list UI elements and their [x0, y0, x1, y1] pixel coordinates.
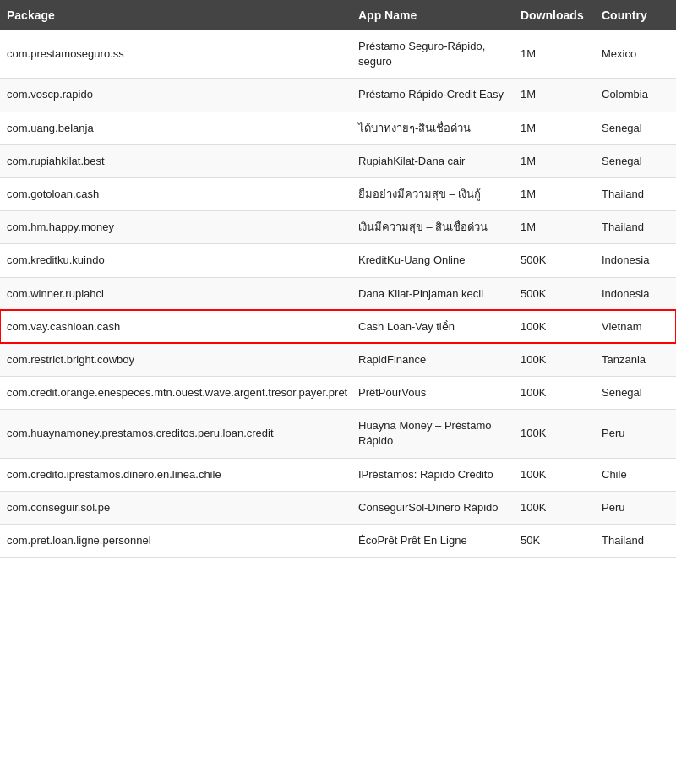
table-row: com.gotoloan.cashยืมอย่างมีความสุข – เงิ…	[0, 177, 676, 210]
cell-downloads: 100K	[514, 410, 595, 458]
cell-package: com.pret.loan.ligne.personnel	[0, 525, 352, 558]
cell-downloads: 100K	[514, 458, 595, 491]
header-downloads: Downloads	[514, 0, 595, 30]
cell-country: Senegal	[595, 377, 676, 410]
cell-appname: KreditKu-Uang Online	[352, 244, 514, 277]
table-row: com.conseguir.sol.peConseguirSol-Dinero …	[0, 491, 676, 524]
cell-country: Vietnam	[595, 310, 676, 343]
cell-appname: RapidFinance	[352, 343, 514, 376]
table-row: com.winner.rupiahclDana Kilat-Pinjaman k…	[0, 277, 676, 310]
cell-appname: RupiahKilat-Dana cair	[352, 144, 514, 177]
cell-package: com.credito.iprestamos.dinero.en.linea.c…	[0, 458, 352, 491]
cell-country: Thailand	[595, 177, 676, 210]
cell-country: Peru	[595, 491, 676, 524]
cell-country: Tanzania	[595, 343, 676, 376]
table-row: com.voscp.rapidoPréstamo Rápido-Credit E…	[0, 79, 676, 112]
table-row: com.credit.orange.enespeces.mtn.ouest.wa…	[0, 377, 676, 410]
cell-downloads: 1M	[514, 30, 595, 79]
table-row: com.hm.happy.moneyเงินมีความสุข – สินเชื…	[0, 211, 676, 244]
cell-appname: Huayna Money – Préstamo Rápido	[352, 410, 514, 458]
cell-country: Senegal	[595, 112, 676, 144]
header-package: Package	[0, 0, 352, 30]
cell-package: com.winner.rupiahcl	[0, 277, 352, 310]
cell-package: com.rupiahkilat.best	[0, 144, 352, 177]
cell-downloads: 100K	[514, 310, 595, 343]
table-header-row: Package App Name Downloads Country	[0, 0, 676, 30]
main-table: Package App Name Downloads Country com.p…	[0, 0, 676, 558]
cell-appname: เงินมีความสุข – สินเชื่อด่วน	[352, 211, 514, 244]
cell-downloads: 100K	[514, 377, 595, 410]
cell-downloads: 100K	[514, 343, 595, 376]
cell-appname: ได้บาทง่ายๆ-สินเชื่อด่วน	[352, 112, 514, 144]
cell-package: com.hm.happy.money	[0, 211, 352, 244]
cell-downloads: 1M	[514, 211, 595, 244]
cell-package: com.vay.cashloan.cash	[0, 310, 352, 343]
header-country: Country	[595, 0, 676, 30]
cell-downloads: 1M	[514, 79, 595, 112]
cell-downloads: 50K	[514, 525, 595, 558]
cell-country: Chile	[595, 458, 676, 491]
cell-package: com.gotoloan.cash	[0, 177, 352, 210]
table-row: com.kreditku.kuindoKreditKu-Uang Online5…	[0, 244, 676, 277]
cell-appname: Préstamo Seguro-Rápido, seguro	[352, 30, 514, 79]
cell-package: com.prestamoseguro.ss	[0, 30, 352, 79]
table-row: com.credito.iprestamos.dinero.en.linea.c…	[0, 458, 676, 491]
cell-country: Mexico	[595, 30, 676, 79]
cell-country: Indonesia	[595, 244, 676, 277]
cell-package: com.conseguir.sol.pe	[0, 491, 352, 524]
table-row: com.rupiahkilat.bestRupiahKilat-Dana cai…	[0, 144, 676, 177]
cell-package: com.kreditku.kuindo	[0, 244, 352, 277]
cell-country: Thailand	[595, 525, 676, 558]
cell-package: com.voscp.rapido	[0, 79, 352, 112]
cell-country: Indonesia	[595, 277, 676, 310]
cell-package: com.uang.belanja	[0, 112, 352, 144]
cell-appname: ConseguirSol-Dinero Rápido	[352, 491, 514, 524]
cell-appname: ÉcoPrêt Prêt En Ligne	[352, 525, 514, 558]
table-row: com.pret.loan.ligne.personnelÉcoPrêt Prê…	[0, 525, 676, 558]
cell-country: Colombia	[595, 79, 676, 112]
cell-package: com.restrict.bright.cowboy	[0, 343, 352, 376]
cell-appname: Cash Loan-Vay tiền	[352, 310, 514, 343]
cell-downloads: 500K	[514, 244, 595, 277]
cell-downloads: 1M	[514, 112, 595, 144]
cell-appname: IPréstamos: Rápido Crédito	[352, 458, 514, 491]
cell-appname: PrêtPourVous	[352, 377, 514, 410]
cell-downloads: 1M	[514, 144, 595, 177]
cell-country: Thailand	[595, 211, 676, 244]
cell-appname: ยืมอย่างมีความสุข – เงินกู้	[352, 177, 514, 210]
table-row: com.prestamoseguro.ssPréstamo Seguro-Ráp…	[0, 30, 676, 79]
cell-downloads: 500K	[514, 277, 595, 310]
table-row: com.vay.cashloan.cashCash Loan-Vay tiền1…	[0, 310, 676, 343]
header-appname: App Name	[352, 0, 514, 30]
table-row: com.restrict.bright.cowboyRapidFinance10…	[0, 343, 676, 376]
cell-package: com.credit.orange.enespeces.mtn.ouest.wa…	[0, 377, 352, 410]
cell-downloads: 1M	[514, 177, 595, 210]
table-row: com.huaynamoney.prestamos.creditos.peru.…	[0, 410, 676, 458]
cell-appname: Dana Kilat-Pinjaman kecil	[352, 277, 514, 310]
cell-downloads: 100K	[514, 491, 595, 524]
cell-country: Peru	[595, 410, 676, 458]
cell-appname: Préstamo Rápido-Credit Easy	[352, 79, 514, 112]
cell-country: Senegal	[595, 144, 676, 177]
cell-package: com.huaynamoney.prestamos.creditos.peru.…	[0, 410, 352, 458]
table-row: com.uang.belanjaได้บาทง่ายๆ-สินเชื่อด่วน…	[0, 112, 676, 144]
